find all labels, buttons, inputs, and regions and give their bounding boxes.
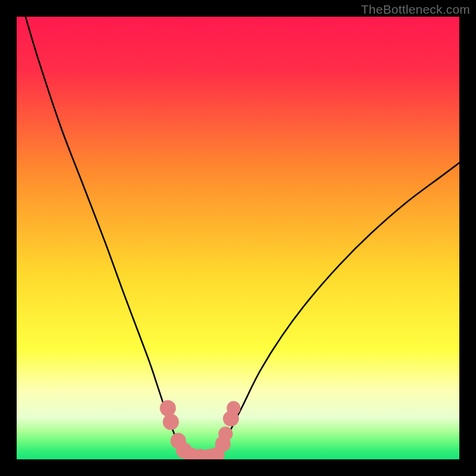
data-marker	[163, 414, 179, 430]
right-curve	[216, 163, 459, 459]
data-marker	[218, 427, 233, 441]
data-marker	[227, 402, 241, 416]
plot-area	[17, 17, 459, 459]
watermark-text: TheBottleneck.com	[361, 2, 470, 17]
chart-frame: TheBottleneck.com	[0, 0, 476, 476]
left-curve	[26, 17, 187, 459]
curve-layer	[17, 17, 459, 459]
